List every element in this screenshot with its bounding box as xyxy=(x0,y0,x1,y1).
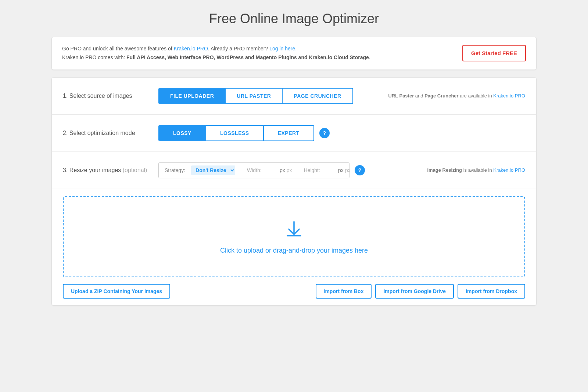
optimization-content: LOSSY LOSSLESS EXPERT ? xyxy=(158,125,525,141)
resize-help-icon[interactable]: ? xyxy=(355,165,365,175)
tab-page-cruncher[interactable]: PAGE CRUNCHER xyxy=(282,89,352,103)
source-label: 1. Select source of images xyxy=(63,93,158,99)
features-bold: Full API Access, Web Interface PRO, Word… xyxy=(126,54,369,60)
optimization-tabs: LOSSY LOSSLESS EXPERT xyxy=(158,125,314,141)
width-group: Width: px xyxy=(247,167,292,173)
resize-content: Strategy: Don't Resize Width: px Height: xyxy=(158,162,416,178)
height-label: Height: xyxy=(304,167,320,173)
width-label: Width: xyxy=(247,167,262,173)
import-gdrive-button[interactable]: Import from Google Drive xyxy=(375,284,454,299)
login-link[interactable]: Log in here. xyxy=(269,46,297,51)
resize-box: Strategy: Don't Resize Width: px Height: xyxy=(158,162,349,178)
optimization-section: 2. Select optimization mode LOSSY LOSSLE… xyxy=(52,115,536,152)
import-dropbox-button[interactable]: Import from Dropbox xyxy=(458,284,525,299)
resize-note: Image Resizing is available in Kraken.io… xyxy=(427,167,525,173)
main-panel: 1. Select source of images FILE UPLOADER… xyxy=(51,77,537,306)
height-input[interactable] xyxy=(322,167,344,173)
note-page-cruncher: Page Cruncher xyxy=(424,93,458,99)
resize-section: 3. Resize your images (optional) Strateg… xyxy=(52,152,536,189)
import-box-button[interactable]: Import from Box xyxy=(316,284,372,299)
width-unit: px xyxy=(287,167,292,173)
strategy-label: Strategy: xyxy=(165,167,185,173)
resize-label: 3. Resize your images (optional) xyxy=(63,167,158,174)
strategy-select[interactable]: Don't Resize xyxy=(191,165,235,175)
tab-expert[interactable]: EXPERT xyxy=(263,126,313,140)
drop-area[interactable]: Click to upload or drag-and-drop your im… xyxy=(63,196,525,277)
source-tabs: FILE UPLOADER URL PASTER PAGE CRUNCHER xyxy=(158,88,353,104)
upload-zip-button[interactable]: Upload a ZIP Containing Your Images xyxy=(63,284,170,299)
bottom-bar: Upload a ZIP Containing Your Images Impo… xyxy=(52,277,536,305)
height-unit: px xyxy=(345,167,351,173)
source-content: FILE UPLOADER URL PASTER PAGE CRUNCHER xyxy=(158,88,377,104)
drop-section: Click to upload or drag-and-drop your im… xyxy=(52,189,536,277)
pro-banner: Go PRO and unlock all the awesome featur… xyxy=(51,37,537,70)
page-title: Free Online Image Optimizer xyxy=(51,11,537,26)
tab-url-paster[interactable]: URL PASTER xyxy=(225,89,282,103)
kraken-pro-link-2[interactable]: Kraken.io PRO xyxy=(493,93,525,99)
banner-text-before: Go PRO and unlock all the awesome featur… xyxy=(62,46,174,51)
features-text: Kraken.io PRO comes with: xyxy=(62,54,126,60)
source-note: URL Paster and Page Cruncher are availab… xyxy=(388,93,525,99)
features-end: . xyxy=(369,54,370,60)
tab-lossless[interactable]: LOSSLESS xyxy=(205,126,263,140)
optimization-help-icon[interactable]: ? xyxy=(319,128,330,138)
note-url-paster: URL Paster xyxy=(388,93,414,99)
banner-already: . Already a PRO member? xyxy=(208,46,269,51)
resize-note-text: Image Resizing xyxy=(427,167,462,173)
kraken-pro-link-1[interactable]: Kraken.io PRO xyxy=(174,46,208,51)
optimization-label: 2. Select optimization mode xyxy=(63,130,158,136)
source-section: 1. Select source of images FILE UPLOADER… xyxy=(52,78,536,115)
drop-text: Click to upload or drag-and-drop your im… xyxy=(220,247,368,254)
tab-file-uploader[interactable]: FILE UPLOADER xyxy=(159,89,225,103)
width-input[interactable] xyxy=(263,167,285,173)
pro-banner-text: Go PRO and unlock all the awesome featur… xyxy=(62,44,370,62)
get-started-button[interactable]: Get Started FREE xyxy=(462,45,526,61)
kraken-pro-link-3[interactable]: Kraken.io PRO xyxy=(493,167,525,173)
tab-lossy[interactable]: LOSSY xyxy=(159,126,205,140)
height-group: Height: px xyxy=(304,167,351,173)
upload-icon xyxy=(284,219,304,241)
import-buttons: Import from Box Import from Google Drive… xyxy=(316,284,525,299)
